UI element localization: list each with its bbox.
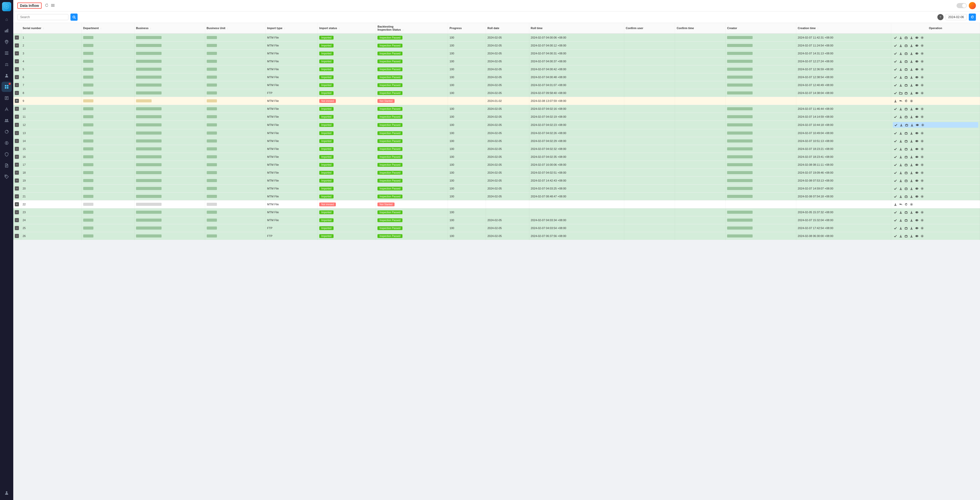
sidebar-item-book[interactable] <box>2 93 12 103</box>
op-gear-button[interactable] <box>920 131 924 136</box>
search-button[interactable] <box>70 14 78 21</box>
op-check-button[interactable] <box>893 35 898 40</box>
op-upload-button[interactable] <box>904 106 908 111</box>
op-eye-button[interactable] <box>914 131 919 136</box>
op-upload-button[interactable] <box>904 122 909 128</box>
expand-button[interactable]: − <box>15 115 19 119</box>
op-gear-button[interactable] <box>920 146 924 152</box>
search-input[interactable] <box>18 14 68 20</box>
op-download-button[interactable] <box>909 217 914 223</box>
op-gear-button[interactable] <box>920 75 924 80</box>
op-check-button[interactable] <box>893 59 898 64</box>
sidebar-item-map[interactable] <box>2 37 12 47</box>
op-check-button[interactable] <box>893 186 898 191</box>
op-upload-button[interactable] <box>904 210 908 215</box>
op-eye-button[interactable] <box>914 106 919 111</box>
expand-button[interactable]: − <box>15 194 19 198</box>
op-download-button[interactable] <box>909 186 914 191</box>
op-dl-button[interactable] <box>898 170 903 175</box>
op-download-button[interactable] <box>909 122 915 128</box>
sidebar-item-profile[interactable] <box>2 488 12 498</box>
op-dl-button[interactable] <box>898 43 903 48</box>
op-download-button[interactable] <box>909 106 914 111</box>
op-eye-button[interactable] <box>914 59 919 64</box>
op-upload-button[interactable] <box>904 154 908 159</box>
expand-button[interactable]: − <box>15 91 19 95</box>
op-upload-button[interactable] <box>904 225 908 231</box>
op-dl-button[interactable] <box>898 114 903 119</box>
sidebar-item-scale[interactable]: ⚖ <box>2 59 12 69</box>
op-dl-button[interactable] <box>893 202 898 207</box>
op-dl-button[interactable] <box>898 67 903 72</box>
expand-button[interactable]: − <box>15 139 19 143</box>
op-eye-button[interactable] <box>914 67 919 72</box>
sidebar-item-grid[interactable] <box>2 82 12 92</box>
op-eye-button[interactable] <box>914 154 919 159</box>
sidebar-item-group[interactable] <box>2 115 12 126</box>
user-avatar[interactable] <box>969 2 976 9</box>
op-dl-button[interactable] <box>898 154 903 159</box>
toggle-switch[interactable] <box>956 3 967 8</box>
op-download-button[interactable] <box>909 51 914 56</box>
op-dl-button[interactable] <box>898 75 903 80</box>
expand-button[interactable]: − <box>15 75 19 79</box>
sidebar-item-user[interactable] <box>2 70 12 81</box>
op-check-button[interactable] <box>893 233 898 238</box>
op-check-button[interactable] <box>893 114 898 119</box>
op-dl-button[interactable] <box>898 178 903 183</box>
op-download-button[interactable] <box>909 178 914 183</box>
op-download-button[interactable] <box>909 131 914 136</box>
op-eye-button[interactable] <box>914 217 919 223</box>
expand-button[interactable]: − <box>15 171 19 175</box>
op-eye-button[interactable] <box>914 51 919 56</box>
op-upload-button[interactable] <box>904 67 908 72</box>
op-download-button[interactable] <box>909 225 914 231</box>
op-check-button[interactable] <box>893 90 898 96</box>
op-download-button[interactable] <box>909 138 914 144</box>
op-check-button[interactable] <box>893 146 898 152</box>
op-gear-button[interactable] <box>920 170 924 175</box>
op-eye-button[interactable] <box>914 43 919 48</box>
op-eye-button[interactable] <box>914 178 919 183</box>
op-check-button[interactable] <box>893 67 898 72</box>
op-upload-button[interactable] <box>904 233 908 238</box>
refresh-icon[interactable] <box>45 3 49 8</box>
op-upload-button[interactable] <box>904 59 908 64</box>
op-download-button[interactable] <box>909 43 914 48</box>
op-dl-button[interactable] <box>898 35 903 40</box>
op-dl-button[interactable] <box>898 194 903 199</box>
op-gear-button[interactable] <box>920 106 924 111</box>
op-check-button[interactable] <box>893 154 898 159</box>
sidebar-item-shield[interactable] <box>2 149 12 159</box>
op-download-button[interactable] <box>909 210 914 215</box>
sidebar-item-circle[interactable] <box>2 127 12 137</box>
op-dl-button[interactable] <box>898 138 903 144</box>
op-check-button[interactable] <box>893 131 898 136</box>
op-check-button[interactable] <box>893 194 898 199</box>
op-dl-button[interactable] <box>898 131 903 136</box>
op-check-button[interactable] <box>893 122 898 128</box>
op-gear-button[interactable] <box>920 186 924 191</box>
op-eye-button[interactable] <box>914 225 919 231</box>
op-check-button[interactable] <box>893 210 898 215</box>
sidebar-item-chart[interactable] <box>2 26 12 36</box>
op-upload-button[interactable] <box>904 194 908 199</box>
op-download-button[interactable] <box>909 35 914 40</box>
expand-button[interactable]: − <box>15 67 19 71</box>
op-check-button[interactable] <box>893 51 898 56</box>
op-gear-button[interactable] <box>920 114 924 119</box>
op-refresh-button[interactable] <box>904 98 908 104</box>
op-gear-button[interactable] <box>920 43 924 48</box>
op-gear-button[interactable] <box>920 90 924 96</box>
op-undo-button[interactable] <box>898 98 903 104</box>
op-upload-button[interactable] <box>904 75 908 80</box>
op-check-button[interactable] <box>893 162 898 167</box>
op-dl-button[interactable] <box>899 122 904 128</box>
expand-button[interactable]: − <box>15 163 19 167</box>
op-eye-button[interactable] <box>914 186 919 191</box>
op-gear-button[interactable] <box>920 122 925 128</box>
op-gear-button[interactable] <box>909 202 914 207</box>
op-dl-button[interactable] <box>898 162 903 167</box>
op-eye-button[interactable] <box>914 35 919 40</box>
op-check-button[interactable] <box>893 178 898 183</box>
